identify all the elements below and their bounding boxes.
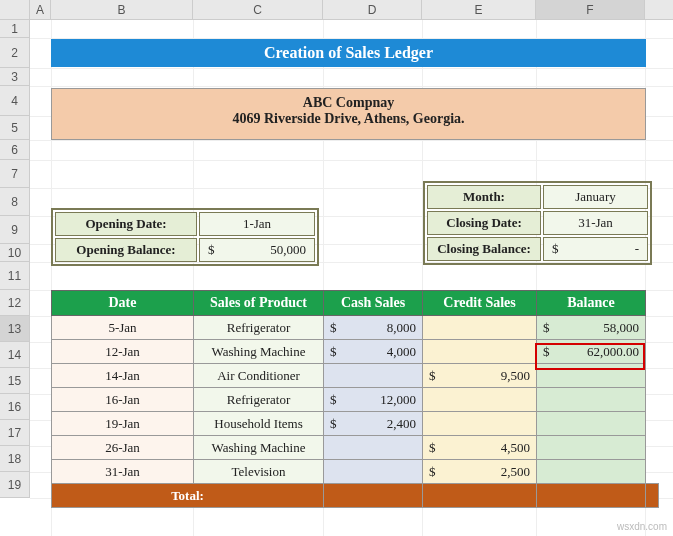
row-header-9[interactable]: 9 (0, 216, 29, 244)
cell-credit[interactable] (423, 388, 537, 412)
col-header-D[interactable]: D (323, 0, 422, 19)
row-header-8[interactable]: 8 (0, 188, 29, 216)
cell-date[interactable]: 14-Jan (52, 364, 194, 388)
col-header-C[interactable]: C (193, 0, 323, 19)
currency-symbol: $ (552, 241, 559, 257)
ledger-table: Date Sales of Product Cash Sales Credit … (51, 290, 659, 508)
row-header-14[interactable]: 14 (0, 342, 29, 368)
row-header-5[interactable]: 5 (0, 116, 29, 140)
total-cell[interactable] (324, 484, 423, 508)
cell-cash[interactable] (324, 436, 423, 460)
month-label: Month: (427, 185, 541, 209)
th-credit[interactable]: Credit Sales (423, 291, 537, 316)
cell-credit[interactable] (423, 340, 537, 364)
cell-credit[interactable] (423, 412, 537, 436)
row-headers: 12345678910111213141516171819 (0, 20, 30, 498)
title-band: Creation of Sales Ledger (51, 39, 646, 67)
cell-date[interactable]: 31-Jan (52, 460, 194, 484)
row-header-7[interactable]: 7 (0, 160, 29, 188)
row-header-13[interactable]: 13 (0, 316, 29, 342)
cell-balance[interactable] (537, 460, 646, 484)
company-address: 4069 Riverside Drive, Athens, Georgia. (52, 111, 645, 127)
cell-balance[interactable] (537, 364, 646, 388)
total-label: Total: (52, 484, 324, 508)
cell-credit[interactable]: $2,500 (423, 460, 537, 484)
row-header-6[interactable]: 6 (0, 140, 29, 160)
closing-box: Month: January Closing Date: 31-Jan Clos… (423, 181, 652, 265)
col-header-F[interactable]: F (536, 0, 645, 19)
currency-symbol: $ (208, 242, 215, 258)
opening-box: Opening Date: 1-Jan Opening Balance: $50… (51, 208, 319, 266)
row-header-4[interactable]: 4 (0, 86, 29, 116)
cell-cash[interactable]: $8,000 (324, 316, 423, 340)
company-band: ABC Compnay 4069 Riverside Drive, Athens… (51, 88, 646, 140)
cell-date[interactable]: 12-Jan (52, 340, 194, 364)
row-header-10[interactable]: 10 (0, 244, 29, 262)
company-name: ABC Compnay (52, 95, 645, 111)
cell-balance[interactable] (537, 388, 646, 412)
cell-cash[interactable]: $2,400 (324, 412, 423, 436)
closing-date-label: Closing Date: (427, 211, 541, 235)
col-header-B[interactable]: B (51, 0, 193, 19)
total-row: Total: (52, 484, 659, 508)
row-header-2[interactable]: 2 (0, 38, 29, 68)
cell-balance[interactable] (537, 412, 646, 436)
col-header-E[interactable]: E (422, 0, 536, 19)
row-header-12[interactable]: 12 (0, 290, 29, 316)
select-all-corner[interactable] (0, 0, 30, 20)
cell-date[interactable]: 16-Jan (52, 388, 194, 412)
th-product[interactable]: Sales of Product (194, 291, 324, 316)
total-cell[interactable] (423, 484, 537, 508)
cell-date[interactable]: 26-Jan (52, 436, 194, 460)
cell-product[interactable]: Refrigerator (194, 316, 324, 340)
cell-product[interactable]: Air Conditioner (194, 364, 324, 388)
total-cell[interactable] (646, 484, 659, 508)
cell-product[interactable]: Refrigerator (194, 388, 324, 412)
cell-cash[interactable] (324, 364, 423, 388)
table-row: 19-JanHousehold Items$2,400 (52, 412, 659, 436)
cell-date[interactable]: 19-Jan (52, 412, 194, 436)
cell-credit[interactable]: $4,500 (423, 436, 537, 460)
th-cash[interactable]: Cash Sales (324, 291, 423, 316)
row-header-3[interactable]: 3 (0, 68, 29, 86)
closing-balance-num: - (635, 241, 639, 257)
cell-cash[interactable]: $4,000 (324, 340, 423, 364)
cell-balance[interactable] (537, 436, 646, 460)
row-header-15[interactable]: 15 (0, 368, 29, 394)
cell-cash[interactable] (324, 460, 423, 484)
opening-balance-num: 50,000 (270, 242, 306, 258)
cell-cash[interactable]: $12,000 (324, 388, 423, 412)
cell-credit[interactable] (423, 316, 537, 340)
row-header-18[interactable]: 18 (0, 446, 29, 472)
opening-balance-label: Opening Balance: (55, 238, 197, 262)
row-header-19[interactable]: 19 (0, 472, 29, 498)
row-header-16[interactable]: 16 (0, 394, 29, 420)
cell-product[interactable]: Household Items (194, 412, 324, 436)
cell-balance[interactable]: $62,000.00 (537, 340, 646, 364)
cell-credit[interactable]: $9,500 (423, 364, 537, 388)
column-headers: ABCDEF (30, 0, 673, 20)
cell-balance[interactable]: $58,000 (537, 316, 646, 340)
opening-date-value[interactable]: 1-Jan (199, 212, 315, 236)
worksheet-area: Creation of Sales Ledger ABC Compnay 406… (30, 20, 673, 536)
watermark: wsxdn.com (617, 521, 667, 532)
table-row: 5-JanRefrigerator$8,000$58,000 (52, 316, 659, 340)
col-header-A[interactable]: A (30, 0, 51, 19)
row-header-1[interactable]: 1 (0, 20, 29, 38)
closing-balance-value[interactable]: $- (543, 237, 648, 261)
cell-date[interactable]: 5-Jan (52, 316, 194, 340)
th-balance[interactable]: Balance (537, 291, 646, 316)
table-row: 31-JanTelevision$2,500 (52, 460, 659, 484)
total-cell[interactable] (537, 484, 646, 508)
row-header-17[interactable]: 17 (0, 420, 29, 446)
month-value[interactable]: January (543, 185, 648, 209)
cell-product[interactable]: Television (194, 460, 324, 484)
row-header-11[interactable]: 11 (0, 262, 29, 290)
cell-product[interactable]: Washing Machine (194, 340, 324, 364)
th-date[interactable]: Date (52, 291, 194, 316)
closing-date-value[interactable]: 31-Jan (543, 211, 648, 235)
closing-balance-label: Closing Balance: (427, 237, 541, 261)
cell-product[interactable]: Washing Machine (194, 436, 324, 460)
opening-balance-value[interactable]: $50,000 (199, 238, 315, 262)
table-row: 16-JanRefrigerator$12,000 (52, 388, 659, 412)
